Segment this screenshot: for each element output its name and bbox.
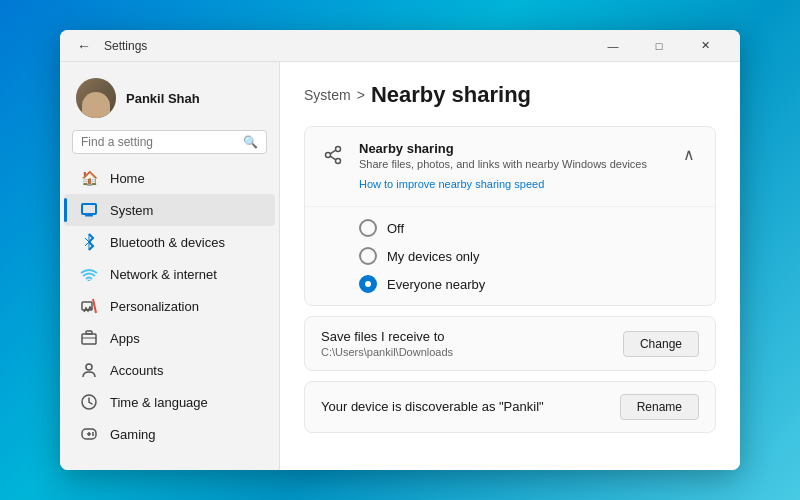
personalization-icon <box>80 297 98 315</box>
window-content: Pankil Shah 🔍 🏠 Home System <box>60 62 740 470</box>
radio-item-my-devices[interactable]: My devices only <box>359 247 699 265</box>
minimize-button[interactable]: — <box>590 30 636 62</box>
network-icon <box>80 265 98 283</box>
window-title: Settings <box>104 39 147 53</box>
settings-window: ← Settings — □ ✕ Pankil Shah 🔍 <box>60 30 740 470</box>
svg-line-17 <box>330 150 336 154</box>
search-input[interactable] <box>81 135 237 149</box>
sidebar: Pankil Shah 🔍 🏠 Home System <box>60 62 280 470</box>
user-name: Pankil Shah <box>126 91 200 106</box>
sidebar-item-label: Network & internet <box>110 267 217 282</box>
sidebar-item-label: Gaming <box>110 427 156 442</box>
sidebar-item-network[interactable]: Network & internet <box>64 258 275 290</box>
discoverable-row: Your device is discoverable as "Pankil" … <box>305 382 715 432</box>
discoverable-title: Your device is discoverable as "Pankil" <box>321 399 620 414</box>
svg-point-14 <box>336 147 341 152</box>
close-button[interactable]: ✕ <box>682 30 728 62</box>
bluetooth-icon <box>80 233 98 251</box>
change-button[interactable]: Change <box>623 331 699 357</box>
sidebar-item-system[interactable]: System <box>64 194 275 226</box>
svg-point-2 <box>88 280 91 282</box>
card-header-text: Nearby sharing Share files, photos, and … <box>359 141 665 192</box>
svg-point-16 <box>326 153 331 158</box>
breadcrumb-separator: > <box>357 87 365 103</box>
sidebar-item-label: Home <box>110 171 145 186</box>
search-box[interactable]: 🔍 <box>72 130 267 154</box>
search-icon: 🔍 <box>243 135 258 149</box>
breadcrumb-current: Nearby sharing <box>371 82 531 108</box>
main-content: System > Nearby sharing <box>280 62 740 470</box>
sidebar-item-apps[interactable]: Apps <box>64 322 275 354</box>
sidebar-item-label: Bluetooth & devices <box>110 235 225 250</box>
sidebar-item-personalization[interactable]: Personalization <box>64 290 275 322</box>
svg-line-4 <box>93 299 96 313</box>
card-collapse-toggle[interactable]: ∧ <box>679 141 699 168</box>
svg-point-15 <box>336 159 341 164</box>
avatar-image <box>76 78 116 118</box>
sidebar-item-home[interactable]: 🏠 Home <box>64 162 275 194</box>
save-files-row: Save files I receive to C:\Users\pankil\… <box>305 317 715 370</box>
rename-button[interactable]: Rename <box>620 394 699 420</box>
sidebar-item-accounts[interactable]: Accounts <box>64 354 275 386</box>
svg-rect-5 <box>82 334 96 344</box>
card-link[interactable]: How to improve nearby sharing speed <box>359 178 544 190</box>
sidebar-item-time[interactable]: Time & language <box>64 386 275 418</box>
card-body: Off My devices only Everyone nearby <box>305 207 715 305</box>
sidebar-item-label: Time & language <box>110 395 208 410</box>
page-header: System > Nearby sharing <box>304 82 716 108</box>
back-button[interactable]: ← <box>72 34 96 58</box>
sidebar-item-label: System <box>110 203 153 218</box>
apps-icon <box>80 329 98 347</box>
radio-label-my-devices: My devices only <box>387 249 479 264</box>
radio-label-everyone: Everyone nearby <box>387 277 485 292</box>
radio-item-off[interactable]: Off <box>359 219 699 237</box>
svg-point-12 <box>92 432 94 434</box>
radio-circle-my-devices <box>359 247 377 265</box>
nearby-sharing-card: Nearby sharing Share files, photos, and … <box>304 126 716 306</box>
accounts-icon <box>80 361 98 379</box>
save-files-path: C:\Users\pankil\Downloads <box>321 346 623 358</box>
svg-rect-1 <box>85 215 93 217</box>
discoverable-card: Your device is discoverable as "Pankil" … <box>304 381 716 433</box>
radio-circle-off <box>359 219 377 237</box>
sidebar-item-label: Apps <box>110 331 140 346</box>
svg-rect-0 <box>82 204 96 214</box>
radio-group: Off My devices only Everyone nearby <box>359 219 699 293</box>
radio-item-everyone[interactable]: Everyone nearby <box>359 275 699 293</box>
sidebar-item-label: Accounts <box>110 363 163 378</box>
sidebar-item-bluetooth[interactable]: Bluetooth & devices <box>64 226 275 258</box>
svg-point-13 <box>92 434 94 436</box>
breadcrumb: System > Nearby sharing <box>304 82 716 108</box>
maximize-button[interactable]: □ <box>636 30 682 62</box>
radio-label-off: Off <box>387 221 404 236</box>
sidebar-item-gaming[interactable]: Gaming <box>64 418 275 450</box>
svg-line-18 <box>330 156 336 160</box>
title-bar: ← Settings — □ ✕ <box>60 30 740 62</box>
share-icon <box>321 143 345 167</box>
radio-circle-everyone <box>359 275 377 293</box>
card-header: Nearby sharing Share files, photos, and … <box>305 127 715 207</box>
time-icon <box>80 393 98 411</box>
discoverable-text: Your device is discoverable as "Pankil" <box>321 399 620 416</box>
gaming-icon <box>80 425 98 443</box>
window-controls: — □ ✕ <box>590 30 728 62</box>
user-section: Pankil Shah <box>60 70 279 130</box>
svg-point-7 <box>86 364 92 370</box>
save-files-text: Save files I receive to C:\Users\pankil\… <box>321 329 623 358</box>
card-title: Nearby sharing <box>359 141 665 156</box>
home-icon: 🏠 <box>80 169 98 187</box>
save-files-card: Save files I receive to C:\Users\pankil\… <box>304 316 716 371</box>
breadcrumb-parent: System <box>304 87 351 103</box>
save-files-title: Save files I receive to <box>321 329 623 344</box>
system-icon <box>80 201 98 219</box>
card-description: Share files, photos, and links with near… <box>359 158 665 170</box>
avatar <box>76 78 116 118</box>
avatar-figure <box>82 92 110 118</box>
svg-rect-6 <box>86 331 92 334</box>
sidebar-item-label: Personalization <box>110 299 199 314</box>
